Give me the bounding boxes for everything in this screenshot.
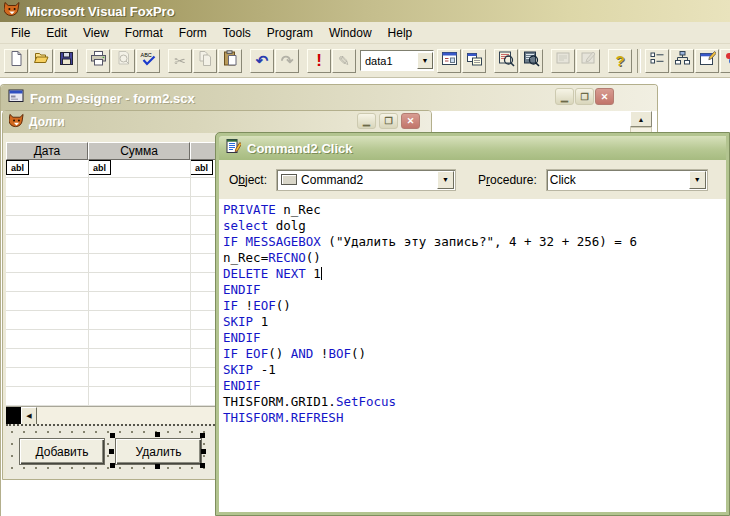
record-selector-block[interactable] [6, 407, 21, 425]
debt-form-title: Долги [29, 115, 65, 129]
selection-handle[interactable] [200, 463, 205, 468]
modify-class-icon [580, 50, 597, 71]
cut-icon: ✂ [174, 52, 186, 70]
code-window-titlebar[interactable]: Command2.Click [219, 136, 726, 160]
menu-item-edit[interactable]: Edit [38, 23, 75, 43]
maximize-button[interactable]: ❒ [379, 113, 398, 129]
add-record-button[interactable]: Добавить [19, 438, 105, 465]
application-window: Microsoft Visual FoxPro FileEditViewForm… [0, 0, 730, 516]
rebuild-button[interactable] [551, 49, 575, 73]
code-line: DELETE NEXT 1 [223, 266, 726, 282]
menu-item-view[interactable]: View [75, 23, 117, 43]
grid-column-header-date[interactable]: Дата [6, 142, 88, 160]
debt-form-titlebar[interactable]: Долги ▁ ❒ ✕ [3, 111, 431, 133]
menu-item-window[interactable]: Window [321, 23, 380, 43]
grid-column-divider [88, 160, 89, 405]
paste-button[interactable] [218, 49, 242, 73]
minimize-button[interactable]: ▁ [555, 88, 574, 105]
textbox-control-marker[interactable]: abl [6, 160, 29, 175]
scrollbar-left-arrow-icon[interactable]: ◀ [21, 407, 37, 425]
code-line: PRIVATE n_Rec [223, 202, 726, 218]
save-button[interactable] [54, 49, 78, 73]
chevron-down-icon[interactable]: ▼ [437, 171, 454, 189]
color-palette-button[interactable] [720, 49, 730, 73]
object-hierarchy-icon [674, 50, 691, 71]
textbox-control-marker[interactable]: abl [88, 160, 111, 175]
code-editor[interactable]: PRIVATE n_Recselect dolgIF MESSAGEBOX ("… [219, 199, 726, 512]
form-designer-view-icon [441, 50, 458, 71]
menu-item-tools[interactable]: Tools [215, 23, 259, 43]
form-designer-view-button[interactable] [437, 49, 461, 73]
selection-handle[interactable] [201, 449, 206, 454]
object-label: Object: [229, 173, 267, 187]
menu-item-file[interactable]: File [3, 23, 38, 43]
selection-handle[interactable] [110, 463, 115, 468]
print-preview-button[interactable] [111, 49, 135, 73]
print-preview-icon [115, 50, 132, 71]
modify-class-button[interactable] [576, 49, 600, 73]
text-caret [321, 267, 323, 280]
outline-button[interactable] [645, 49, 669, 73]
datasource-value: data1 [365, 55, 393, 67]
menu-item-program[interactable]: Program [259, 23, 321, 43]
delete-record-button[interactable]: Удалить [115, 438, 202, 465]
procedure-label: Procedure: [478, 173, 537, 187]
form-designer-icon [8, 88, 24, 108]
selection-handle[interactable] [155, 432, 160, 437]
menu-item-help[interactable]: Help [380, 23, 421, 43]
print-icon [90, 50, 107, 71]
outline-icon [649, 50, 666, 71]
minimize-button[interactable]: ▁ [357, 113, 376, 129]
code-line: IF EOF() AND !BOF() [223, 346, 726, 362]
app-title: Microsoft Visual FoxPro [26, 4, 175, 19]
browse-form-button[interactable] [494, 49, 518, 73]
selection-handle[interactable] [155, 464, 160, 469]
procedure-value: Click [550, 173, 576, 187]
datasource-combobox[interactable]: data1▼ [360, 50, 434, 71]
chevron-down-icon[interactable]: ▼ [689, 171, 706, 189]
selection-handle[interactable] [200, 433, 205, 438]
object-hierarchy-button[interactable] [670, 49, 694, 73]
save-icon [58, 50, 75, 71]
menu-item-format[interactable]: Format [117, 23, 171, 43]
grid-column-header-sum[interactable]: Сумма [88, 142, 190, 160]
procedure-combobox[interactable]: Click ▼ [546, 169, 708, 191]
form-designer-titlebar[interactable]: Form Designer - form2.scx ▁ ❒ ✕ [1, 85, 657, 111]
object-combobox[interactable]: Command2 ▼ [276, 169, 456, 191]
close-button[interactable]: ✕ [401, 113, 420, 129]
vertical-scrollbar-up-arrow-icon[interactable]: ▲ [630, 111, 652, 127]
browse-table-button[interactable] [519, 49, 543, 73]
code-document-icon [225, 138, 241, 158]
cut-button[interactable]: ✂ [168, 49, 192, 73]
close-button[interactable]: ✕ [595, 88, 614, 105]
code-line: ENDIF [223, 330, 726, 346]
copy-button[interactable] [193, 49, 217, 73]
color-palette-icon [724, 50, 730, 71]
open-button[interactable] [29, 49, 53, 73]
help-button[interactable]: ? [608, 49, 632, 73]
modify-button[interactable]: ✎ [332, 49, 356, 73]
code-line: ENDIF [223, 378, 726, 394]
maximize-button[interactable]: ❒ [575, 88, 594, 105]
selection-handle[interactable] [110, 433, 115, 438]
app-titlebar: Microsoft Visual FoxPro [0, 0, 730, 22]
code-line: IF !EOF() [223, 298, 726, 314]
paste-icon [222, 50, 239, 71]
textbox-control-marker[interactable]: abl [190, 160, 213, 175]
undo-button[interactable]: ↶ [250, 49, 274, 73]
print-button[interactable] [86, 49, 110, 73]
toolbar-separator [637, 49, 641, 73]
redo-button[interactable]: ↷ [275, 49, 299, 73]
new-icon [8, 50, 25, 71]
code-line: IF MESSAGEBOX ("Удалить эту запись?", 4 … [223, 234, 726, 250]
data-session-button[interactable] [462, 49, 486, 73]
form-properties-button[interactable] [695, 49, 719, 73]
spell-check-button[interactable]: ABC [136, 49, 160, 73]
run-button[interactable]: ! [307, 49, 331, 73]
object-procedure-bar: Object: Command2 ▼ Procedure: Click ▼ [219, 160, 726, 199]
chevron-down-icon[interactable]: ▼ [417, 52, 433, 69]
menu-item-form[interactable]: Form [171, 23, 215, 43]
selection-handle[interactable] [109, 449, 114, 454]
new-button[interactable] [4, 49, 28, 73]
object-value: Command2 [301, 173, 363, 187]
